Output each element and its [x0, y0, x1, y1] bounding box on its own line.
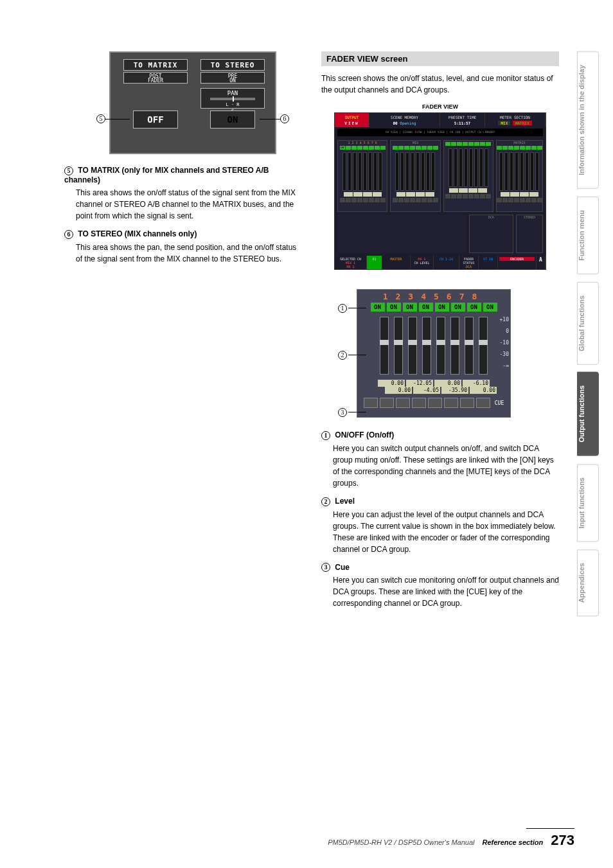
s3-val-7: -35.90 — [441, 387, 468, 394]
screenshot-fader-zoom: 12345678 ON ON ON ON ON ON ON ON — [357, 289, 511, 418]
sel-ch: SELECTED CH MIX 1 MX 1 — [335, 256, 367, 270]
s3-on-4: ON — [419, 303, 433, 312]
tab-input-functions[interactable]: Input functions — [577, 464, 599, 542]
stereo-box: STEREO — [516, 215, 543, 253]
s3-fader-6 — [450, 317, 459, 375]
screenshot-to-matrix-stereo: TO MATRIX TO STEREO POST FADER PRE ON PA… — [109, 51, 276, 154]
encoder-col: ENCODER — [498, 256, 537, 270]
on-row-1: ON — [338, 146, 387, 150]
s3-on-3: ON — [403, 303, 417, 312]
s3-on-7: ON — [467, 303, 481, 312]
item-5-marker: 5 — [64, 166, 73, 175]
s3-on-5: ON — [435, 303, 449, 312]
callout-2: 2 — [338, 350, 348, 360]
pan-box: PAN L · R C — [200, 88, 265, 109]
tab-global-functions[interactable]: Global functions — [577, 282, 599, 365]
s3-cue-4 — [412, 398, 426, 408]
scene-num: 00 — [393, 121, 397, 125]
meter-mix: MIX — [498, 121, 510, 125]
item-1-marker: 1 — [321, 431, 330, 440]
lead-3 — [348, 412, 366, 412]
s3-val-2: -12.05 — [406, 380, 433, 387]
hdr-scene: SCENE MEMORY 00 Opening — [369, 113, 440, 127]
s3-on-2: ON — [387, 303, 401, 312]
s3-fader-4 — [422, 317, 431, 375]
hdr-meter: METER SECTION MIX MATRIX — [485, 113, 546, 127]
s3-fader-1 — [380, 317, 389, 375]
fader-cols-1 — [338, 152, 387, 191]
item-6-marker: 6 — [64, 230, 73, 239]
scene-name: Opening — [400, 121, 416, 125]
lower-area: DCA STEREO — [335, 215, 546, 253]
footer: PM5D/PM5D-RH V2 / DSP5D Owner's Manual R… — [64, 828, 574, 849]
to-matrix-label: TO MATRIX — [123, 59, 188, 71]
pre-on-label: PRE ON — [200, 72, 265, 84]
lead-2 — [348, 355, 366, 355]
item-3-head: Cue — [335, 563, 350, 572]
s3-fader-8 — [479, 317, 488, 375]
pan-slider — [210, 98, 255, 100]
s3-val-5: 0.00 — [385, 387, 412, 394]
fader-status: FADER STATUS DCA — [459, 256, 479, 270]
s3-vals-row1: 0.00 -12.05 0.00 -6.10 — [357, 380, 510, 387]
on-cell: ON — [340, 146, 345, 150]
blank-area — [337, 215, 466, 253]
s3-cue-label: CUE — [495, 400, 504, 406]
item-1-body: Here you can switch output channels on/o… — [333, 443, 559, 489]
ch-nums-1: 1 2 3 4 5 6 7 8 — [338, 141, 387, 145]
item-1-head: ON/OFF (On/off) — [335, 430, 394, 439]
matrix-block: MATRIX — [496, 140, 543, 212]
callout-5-num: 5 — [96, 114, 105, 123]
s3-scale: +10 0 -10 -30 -∞ — [493, 314, 509, 372]
callout-1: 1 — [338, 303, 348, 314]
s3-cue-6 — [444, 398, 458, 408]
s3-cue-5 — [428, 398, 442, 408]
tab-info-display[interactable]: Information shown in the display — [577, 51, 599, 189]
mix-block-1: 1 2 3 4 5 6 7 8 ON — [337, 140, 387, 212]
view-label: VIEW — [336, 120, 368, 126]
tab-appendices[interactable]: Appendices — [577, 549, 599, 616]
mix-area: 1 2 3 4 5 6 7 8 ON MIX — [335, 137, 546, 215]
item-5-head: TO MATRIX (only for MIX channels and STE… — [64, 166, 269, 184]
item-5-body: This area shows the on/off status of the… — [76, 187, 302, 222]
s3-val-3: 0.00 — [434, 380, 461, 387]
item-2-head: Level — [335, 497, 355, 506]
post-fader-label: POST FADER — [123, 72, 188, 84]
item-1: 1 ON/OFF (On/off) Here you can switch ou… — [321, 430, 559, 489]
s3-fader-7 — [465, 317, 474, 375]
matrix-hdr: MATRIX — [497, 141, 542, 145]
s3-on-row: ON ON ON ON ON ON ON ON — [357, 303, 510, 312]
footer-model: PM5D/PM5D-RH V2 / DSP5D Owner's Manual — [328, 838, 474, 846]
mix-block-2: MIX — [390, 140, 440, 212]
callout-6: 6 — [280, 114, 289, 123]
section-title: FADER VIEW screen — [321, 51, 559, 66]
footer-section: Reference section — [483, 838, 544, 846]
callout-3: 3 — [338, 407, 348, 418]
item-2-body: Here you can adjust the level of the out… — [333, 509, 559, 555]
mix-section: MASTER — [382, 256, 411, 270]
item-2: 2 Level Here you can adjust the level of… — [321, 497, 559, 555]
screenshot-fader-view-full: OUTPUT VIEW SCENE MEMORY 00 Opening PRES… — [334, 112, 546, 270]
callout-5: 5 — [96, 114, 105, 123]
side-tabs: Information shown in the display Functio… — [577, 51, 599, 617]
tab-function-menu[interactable]: Function menu — [577, 197, 599, 274]
s3-fader-2 — [394, 317, 403, 375]
time-label: PRESENT TIME — [441, 114, 483, 120]
s3-on-8: ON — [483, 303, 497, 312]
item-6: 6 TO STEREO (MIX channels only) This are… — [64, 229, 302, 265]
item-5: 5 TO MATRIX (only for MIX channels and S… — [64, 166, 302, 222]
mix-hdr: MIX — [391, 141, 440, 145]
s3-val-8: 0.00 — [470, 387, 497, 394]
input-ch: CH 1-24 — [434, 256, 459, 270]
dca-box: DCA — [469, 215, 513, 253]
s3-val-6: -4.05 — [413, 387, 440, 394]
tab-output-functions[interactable]: Output functions — [577, 372, 599, 456]
s3-val-1: 0.00 — [378, 380, 405, 387]
s3-vals-row2: 0.00 -4.05 -35.90 0.00 — [357, 387, 510, 394]
s3-fader-5 — [436, 317, 445, 375]
right-column: FADER VIEW screen This screen shows the … — [321, 51, 559, 804]
to-stereo-label: TO STEREO — [200, 59, 265, 71]
s3-faders — [357, 317, 510, 375]
s3-on-6: ON — [451, 303, 465, 312]
cue-row-1 — [338, 198, 387, 202]
